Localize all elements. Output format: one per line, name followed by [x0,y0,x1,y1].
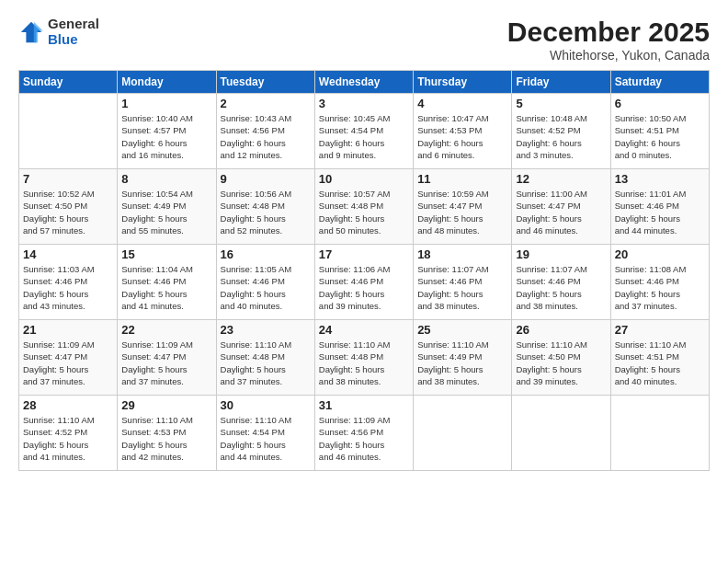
calendar-cell: 28Sunrise: 11:10 AMSunset: 4:52 PMDaylig… [19,396,118,471]
day-number: 16 [221,247,311,261]
calendar-cell: 12Sunrise: 11:00 AMSunset: 4:47 PMDaylig… [512,169,610,245]
day-info: Sunrise: 11:10 AMSunset: 4:49 PMDaylight… [417,339,507,387]
logo-icon [18,19,44,45]
calendar-cell: 4Sunrise: 10:47 AMSunset: 4:53 PMDayligh… [414,94,512,169]
logo-general: General [48,16,99,31]
day-info: Sunrise: 11:05 AMSunset: 4:46 PMDaylight… [221,263,311,312]
col-tuesday: Tuesday [216,71,314,94]
title-block: December 2025 Whitehorse, Yukon, Canada [507,17,710,63]
month-title: December 2025 [507,17,710,48]
day-number: 12 [516,172,606,186]
logo: General Blue [18,17,99,47]
day-info: Sunrise: 10:54 AMSunset: 4:49 PMDaylight… [121,188,211,236]
day-number: 6 [615,97,705,110]
calendar-cell [19,94,118,169]
calendar-cell: 18Sunrise: 11:07 AMSunset: 4:46 PMDaylig… [414,245,512,320]
col-friday: Friday [512,71,610,94]
day-info: Sunrise: 11:10 AMSunset: 4:50 PMDaylight… [516,339,606,387]
day-number: 15 [121,247,211,261]
calendar-cell: 17Sunrise: 11:06 AMSunset: 4:46 PMDaylig… [314,245,413,320]
day-number: 2 [221,97,311,110]
day-number: 7 [23,172,113,186]
calendar-cell: 23Sunrise: 11:10 AMSunset: 4:48 PMDaylig… [216,320,314,396]
day-number: 3 [319,97,409,110]
logo-text: General Blue [48,17,99,47]
day-info: Sunrise: 10:50 AMSunset: 4:51 PMDaylight… [615,112,705,161]
col-wednesday: Wednesday [314,71,413,94]
day-number: 27 [615,323,705,337]
day-number: 28 [23,398,113,412]
calendar-week-3: 14Sunrise: 11:03 AMSunset: 4:46 PMDaylig… [19,245,710,320]
day-info: Sunrise: 10:40 AMSunset: 4:57 PMDaylight… [121,112,211,161]
calendar-cell: 29Sunrise: 11:10 AMSunset: 4:53 PMDaylig… [118,396,216,471]
header: General Blue December 2025 Whitehorse, Y… [18,17,710,63]
day-number: 31 [319,398,409,412]
header-row: Sunday Monday Tuesday Wednesday Thursday… [19,71,710,94]
calendar-cell: 24Sunrise: 11:10 AMSunset: 4:48 PMDaylig… [314,320,413,396]
day-info: Sunrise: 10:43 AMSunset: 4:56 PMDaylight… [221,112,311,161]
calendar-cell: 7Sunrise: 10:52 AMSunset: 4:50 PMDayligh… [19,169,118,245]
day-number: 4 [417,97,507,110]
day-info: Sunrise: 11:09 AMSunset: 4:47 PMDaylight… [121,339,211,387]
calendar-cell: 27Sunrise: 11:10 AMSunset: 4:51 PMDaylig… [610,320,709,396]
day-info: Sunrise: 11:10 AMSunset: 4:48 PMDaylight… [221,339,311,387]
day-info: Sunrise: 11:09 AMSunset: 4:56 PMDaylight… [319,414,409,463]
calendar-cell: 5Sunrise: 10:48 AMSunset: 4:52 PMDayligh… [512,94,610,169]
day-number: 24 [319,323,409,337]
day-number: 19 [516,247,606,261]
calendar-cell: 11Sunrise: 10:59 AMSunset: 4:47 PMDaylig… [414,169,512,245]
logo-blue: Blue [48,31,78,47]
day-info: Sunrise: 10:57 AMSunset: 4:48 PMDaylight… [319,188,409,236]
day-info: Sunrise: 10:48 AMSunset: 4:52 PMDaylight… [516,112,606,161]
col-monday: Monday [118,71,216,94]
calendar-week-5: 28Sunrise: 11:10 AMSunset: 4:52 PMDaylig… [19,396,710,471]
day-number: 8 [121,172,211,186]
day-info: Sunrise: 11:06 AMSunset: 4:46 PMDaylight… [319,263,409,312]
day-number: 29 [121,398,211,412]
day-info: Sunrise: 11:10 AMSunset: 4:48 PMDaylight… [319,339,409,387]
calendar-cell: 3Sunrise: 10:45 AMSunset: 4:54 PMDayligh… [314,94,413,169]
day-number: 13 [615,172,705,186]
day-info: Sunrise: 11:09 AMSunset: 4:47 PMDaylight… [23,339,113,387]
day-number: 10 [319,172,409,186]
calendar-cell: 25Sunrise: 11:10 AMSunset: 4:49 PMDaylig… [414,320,512,396]
calendar-cell: 8Sunrise: 10:54 AMSunset: 4:49 PMDayligh… [118,169,216,245]
day-info: Sunrise: 11:08 AMSunset: 4:46 PMDaylight… [615,263,705,312]
day-number: 1 [121,97,211,110]
day-info: Sunrise: 10:47 AMSunset: 4:53 PMDaylight… [417,112,507,161]
col-thursday: Thursday [414,71,512,94]
day-info: Sunrise: 11:10 AMSunset: 4:52 PMDaylight… [23,414,113,463]
day-info: Sunrise: 10:56 AMSunset: 4:48 PMDaylight… [221,188,311,236]
calendar-cell: 16Sunrise: 11:05 AMSunset: 4:46 PMDaylig… [216,245,314,320]
calendar-cell: 10Sunrise: 10:57 AMSunset: 4:48 PMDaylig… [314,169,413,245]
day-info: Sunrise: 10:59 AMSunset: 4:47 PMDaylight… [417,188,507,236]
calendar-cell: 2Sunrise: 10:43 AMSunset: 4:56 PMDayligh… [216,94,314,169]
day-number: 30 [221,398,311,412]
calendar-cell [610,396,709,471]
calendar-cell: 20Sunrise: 11:08 AMSunset: 4:46 PMDaylig… [610,245,709,320]
calendar-cell: 1Sunrise: 10:40 AMSunset: 4:57 PMDayligh… [118,94,216,169]
day-number: 11 [417,172,507,186]
calendar-week-2: 7Sunrise: 10:52 AMSunset: 4:50 PMDayligh… [19,169,710,245]
day-number: 20 [615,247,705,261]
calendar-cell: 6Sunrise: 10:50 AMSunset: 4:51 PMDayligh… [610,94,709,169]
col-saturday: Saturday [610,71,709,94]
day-info: Sunrise: 10:45 AMSunset: 4:54 PMDaylight… [319,112,409,161]
page: General Blue December 2025 Whitehorse, Y… [0,0,728,563]
calendar-cell: 30Sunrise: 11:10 AMSunset: 4:54 PMDaylig… [216,396,314,471]
calendar-cell: 15Sunrise: 11:04 AMSunset: 4:46 PMDaylig… [118,245,216,320]
day-info: Sunrise: 11:07 AMSunset: 4:46 PMDaylight… [417,263,507,312]
calendar-cell: 31Sunrise: 11:09 AMSunset: 4:56 PMDaylig… [314,396,413,471]
calendar-cell [512,396,610,471]
day-number: 21 [23,323,113,337]
day-number: 9 [221,172,311,186]
day-number: 22 [121,323,211,337]
day-info: Sunrise: 11:04 AMSunset: 4:46 PMDaylight… [121,263,211,312]
svg-marker-0 [21,21,41,41]
calendar-week-1: 1Sunrise: 10:40 AMSunset: 4:57 PMDayligh… [19,94,710,169]
day-info: Sunrise: 11:10 AMSunset: 4:54 PMDaylight… [221,414,311,463]
calendar-week-4: 21Sunrise: 11:09 AMSunset: 4:47 PMDaylig… [19,320,710,396]
calendar-cell: 21Sunrise: 11:09 AMSunset: 4:47 PMDaylig… [19,320,118,396]
calendar-cell: 13Sunrise: 11:01 AMSunset: 4:46 PMDaylig… [610,169,709,245]
day-info: Sunrise: 11:10 AMSunset: 4:51 PMDaylight… [615,339,705,387]
